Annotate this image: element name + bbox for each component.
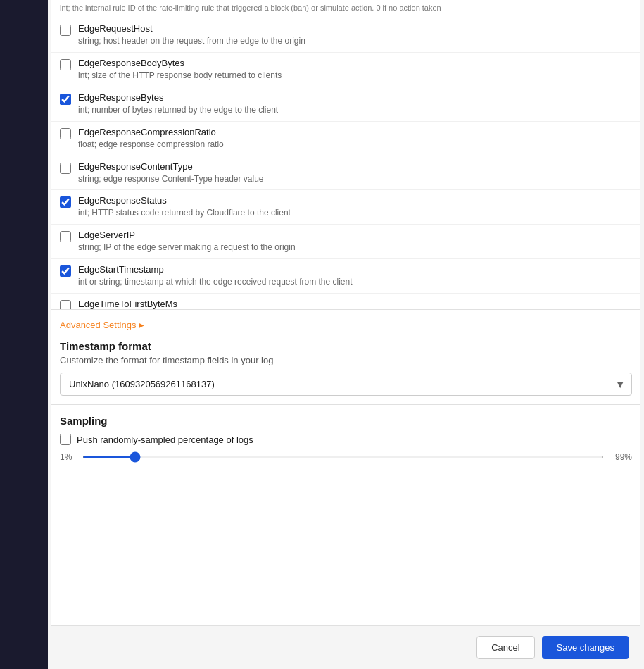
sampling-title: Sampling (60, 415, 632, 427)
field-item: EdgeResponseStatusint; HTTP status code … (51, 190, 640, 225)
field-item: EdgeResponseCompressionRatiofloat; edge … (51, 122, 640, 156)
field-item: EdgeRequestHoststring; host header on th… (51, 18, 640, 53)
field-desc: int; HTTP status code returned by Cloudf… (78, 207, 632, 219)
field-info: EdgeTimeToFirstByteMsint; total view of … (78, 299, 632, 310)
field-info: EdgeResponseBodyBytesint; size of the HT… (78, 58, 632, 82)
field-checkbox-EdgeServerIP[interactable] (60, 231, 71, 242)
advanced-settings-arrow-icon: ▶ (139, 321, 144, 329)
sampling-checkbox[interactable] (60, 434, 71, 445)
field-info: EdgeServerIPstring; IP of the edge serve… (78, 230, 632, 254)
advanced-settings-label: Advanced Settings (60, 320, 136, 330)
timestamp-select[interactable]: UnixNano (1609320569261168137)UnixRFC333… (60, 373, 632, 396)
advanced-settings-link[interactable]: Advanced Settings▶ (60, 320, 144, 330)
timestamp-desc: Customize the format for timestamp field… (60, 355, 632, 365)
field-checkbox-EdgeResponseCompressionRatio[interactable] (60, 128, 71, 139)
field-item: EdgeResponseContentTypestring; edge resp… (51, 156, 640, 191)
partial-top-text: int; the internal rule ID of the rate-li… (51, 0, 640, 18)
field-checkbox-EdgeRequestHost[interactable] (60, 25, 71, 36)
field-desc: string; host header on the request from … (78, 35, 632, 47)
field-name: EdgeResponseBytes (78, 92, 632, 103)
main-content: int; the internal rule ID of the rate-li… (48, 0, 644, 669)
field-checkbox-EdgeResponseBytes[interactable] (60, 94, 71, 105)
field-checkbox-EdgeTimeToFirstByteMs[interactable] (60, 300, 71, 310)
field-item: EdgeResponseBytesint; number of bytes re… (51, 87, 640, 122)
sampling-slider[interactable] (82, 456, 604, 458)
field-name: EdgeTimeToFirstByteMs (78, 299, 632, 309)
field-item: EdgeTimeToFirstByteMsint; total view of … (51, 294, 640, 310)
field-item: EdgeResponseBodyBytesint; size of the HT… (51, 53, 640, 87)
save-button[interactable]: Save changes (542, 636, 629, 659)
advanced-settings-section: Advanced Settings▶Timestamp formatCustom… (51, 310, 640, 405)
field-desc: int; number of bytes returned by the edg… (78, 104, 632, 116)
sampling-section: SamplingPush randomly-sampled percentage… (51, 405, 640, 473)
field-name: EdgeServerIP (78, 230, 632, 240)
footer: CancelSave changes (51, 625, 640, 669)
field-info: EdgeResponseContentTypestring; edge resp… (78, 161, 632, 185)
slider-min-label: 1% (60, 452, 77, 462)
field-checkbox-EdgeResponseContentType[interactable] (60, 163, 71, 174)
field-item: EdgeServerIPstring; IP of the edge serve… (51, 225, 640, 259)
field-info: EdgeResponseBytesint; number of bytes re… (78, 92, 632, 116)
slider-max-label: 99% (610, 452, 632, 462)
field-desc: int or string; timestamp at which the ed… (78, 276, 632, 288)
field-info: EdgeRequestHoststring; host header on th… (78, 23, 632, 47)
field-checkbox-EdgeResponseStatus[interactable] (60, 196, 71, 208)
settings-panel: int; the internal rule ID of the rate-li… (51, 0, 640, 669)
field-info: EdgeStartTimestampint or string; timesta… (78, 264, 632, 288)
field-list: int; the internal rule ID of the rate-li… (51, 0, 640, 310)
timestamp-select-wrapper: UnixNano (1609320569261168137)UnixRFC333… (60, 373, 632, 396)
field-checkbox-EdgeResponseBodyBytes[interactable] (60, 59, 71, 70)
field-info: EdgeResponseCompressionRatiofloat; edge … (78, 127, 632, 151)
sampling-checkbox-label: Push randomly-sampled percentage of logs (77, 434, 253, 445)
field-desc: string; edge response Content-Type heade… (78, 173, 632, 185)
field-name: EdgeResponseContentType (78, 161, 632, 172)
cancel-button[interactable]: Cancel (476, 636, 534, 659)
field-desc: string; IP of the edge server making a r… (78, 242, 632, 254)
timestamp-title: Timestamp format (60, 340, 632, 352)
field-name: EdgeStartTimestamp (78, 264, 632, 275)
field-checkbox-EdgeStartTimestamp[interactable] (60, 265, 71, 277)
slider-container: 1%99% (60, 452, 632, 462)
field-name: EdgeResponseStatus (78, 195, 632, 206)
field-name: EdgeResponseCompressionRatio (78, 127, 632, 137)
sampling-checkbox-row: Push randomly-sampled percentage of logs (60, 434, 632, 445)
sidebar (0, 0, 48, 669)
field-item: EdgeStartTimestampint or string; timesta… (51, 259, 640, 294)
field-desc: float; edge response compression ratio (78, 139, 632, 151)
field-name: EdgeRequestHost (78, 23, 632, 34)
field-name: EdgeResponseBodyBytes (78, 58, 632, 68)
field-info: EdgeResponseStatusint; HTTP status code … (78, 195, 632, 219)
field-desc: int; size of the HTTP response body retu… (78, 70, 632, 82)
